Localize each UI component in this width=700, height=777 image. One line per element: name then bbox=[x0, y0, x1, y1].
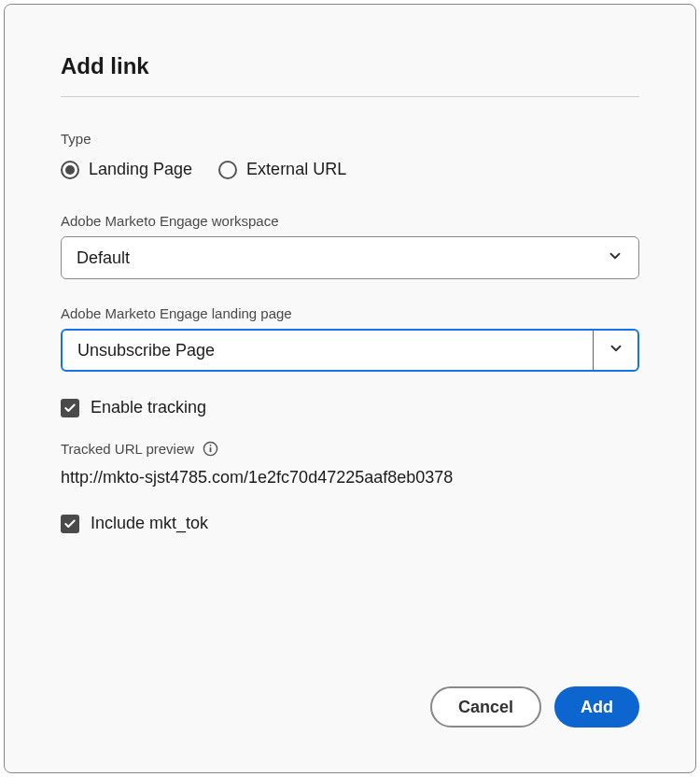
radio-landing-page[interactable]: Landing Page bbox=[61, 160, 192, 179]
radio-icon bbox=[218, 161, 237, 179]
radio-label: Landing Page bbox=[89, 160, 192, 179]
select-value: Unsubscribe Page bbox=[77, 341, 593, 360]
select-value: Default bbox=[77, 248, 607, 268]
add-button[interactable]: Add bbox=[554, 686, 639, 728]
radio-icon bbox=[61, 161, 79, 179]
include-mkt-tok-row: Include mkt_tok bbox=[61, 514, 639, 533]
enable-tracking-label: Enable tracking bbox=[91, 398, 206, 417]
divider bbox=[61, 96, 639, 97]
tracked-url-label: Tracked URL preview bbox=[61, 441, 194, 457]
dropdown-button[interactable] bbox=[593, 331, 637, 370]
info-icon[interactable] bbox=[202, 440, 218, 457]
check-icon bbox=[63, 402, 77, 415]
svg-point-2 bbox=[209, 445, 211, 446]
dialog-buttons: Cancel Add bbox=[61, 686, 639, 728]
add-link-dialog: Add link Type Landing Page External URL … bbox=[4, 4, 696, 773]
enable-tracking-row: Enable tracking bbox=[61, 398, 639, 417]
chevron-down-icon bbox=[608, 340, 624, 361]
type-label: Type bbox=[61, 131, 639, 147]
include-mkt-tok-label: Include mkt_tok bbox=[91, 514, 208, 533]
workspace-select[interactable]: Default bbox=[61, 236, 639, 279]
include-mkt-tok-checkbox[interactable] bbox=[61, 515, 79, 533]
enable-tracking-checkbox[interactable] bbox=[61, 399, 79, 417]
chevron-down-icon bbox=[607, 247, 623, 269]
landing-page-select[interactable]: Unsubscribe Page bbox=[61, 329, 639, 372]
radio-label: External URL bbox=[246, 160, 346, 179]
landing-page-label: Adobe Marketo Engage landing page bbox=[61, 305, 639, 321]
radio-external-url[interactable]: External URL bbox=[218, 160, 346, 179]
check-icon bbox=[63, 517, 77, 530]
dialog-title: Add link bbox=[61, 53, 639, 79]
tracked-url-label-row: Tracked URL preview bbox=[61, 440, 639, 457]
tracked-url-preview: http://mkto-sjst4785.com/1e2fc70d47225aa… bbox=[61, 468, 639, 487]
workspace-label: Adobe Marketo Engage workspace bbox=[61, 213, 639, 229]
cancel-button[interactable]: Cancel bbox=[430, 686, 541, 728]
type-radio-group: Landing Page External URL bbox=[61, 160, 639, 179]
